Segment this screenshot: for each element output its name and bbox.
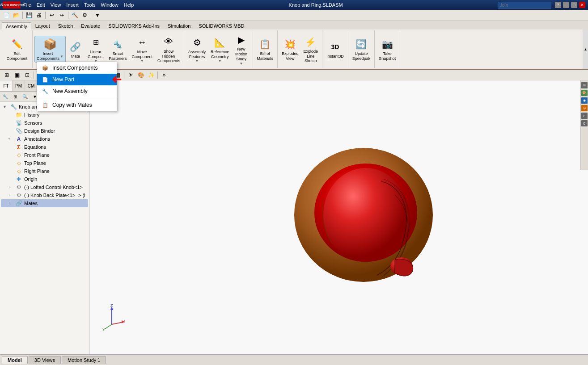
qa-open-button[interactable]: 📂 bbox=[12, 11, 21, 20]
tree-item-history[interactable]: 📁 History bbox=[1, 111, 88, 119]
mate-button[interactable]: 🔗 Mate bbox=[66, 38, 85, 60]
qa-print-button[interactable]: 🖨 bbox=[34, 11, 43, 20]
insert-components-arrow[interactable]: ▼ bbox=[60, 55, 63, 59]
tree-item-annotations[interactable]: + A Annotations bbox=[1, 135, 88, 143]
qa-options-button[interactable]: ⚙ bbox=[80, 11, 89, 20]
smart-fasteners-button[interactable]: 🔩 SmartFasteners bbox=[106, 36, 129, 63]
menu-help[interactable]: Help bbox=[124, 2, 134, 8]
tree-item-origin[interactable]: ✚ Origin bbox=[1, 175, 88, 183]
tree-mates-expand[interactable]: + bbox=[8, 201, 13, 206]
tree-lofted-expand[interactable]: + bbox=[8, 185, 13, 189]
tab-sketch[interactable]: Sketch bbox=[54, 22, 77, 29]
move-component-arrow[interactable]: ▼ bbox=[140, 59, 144, 63]
show-hidden-button[interactable]: 👁 ShowHiddenComponents bbox=[155, 34, 182, 65]
pt-filter-button[interactable]: ⊞ bbox=[11, 92, 20, 101]
search-input[interactable] bbox=[498, 2, 551, 8]
tab-assembly[interactable]: Assembly bbox=[2, 22, 31, 30]
close-button[interactable]: ✕ bbox=[579, 2, 585, 8]
menu-window[interactable]: Window bbox=[101, 2, 118, 8]
fr-btn-5[interactable]: P bbox=[581, 113, 588, 119]
menu-insert[interactable]: Insert bbox=[66, 2, 79, 8]
bill-of-materials-button[interactable]: 📋 Bill ofMaterials bbox=[255, 36, 276, 63]
tree-item-top-plane[interactable]: ◇ Top Plane bbox=[1, 159, 88, 167]
menu-view[interactable]: View bbox=[51, 2, 61, 8]
tab-simulation[interactable]: Simulation bbox=[164, 22, 195, 29]
pt-search-button[interactable]: 🔍 bbox=[21, 92, 30, 101]
explode-line-label: ExplodeLineSketch bbox=[304, 49, 318, 63]
fr-btn-2[interactable]: 🎨 bbox=[581, 90, 588, 96]
tree-equations-icon: Σ bbox=[15, 143, 22, 151]
tab-evaluate[interactable]: Evaluate bbox=[77, 22, 104, 29]
vt-realview[interactable]: ✨ bbox=[146, 71, 156, 80]
reference-geometry-button[interactable]: 📐 ReferenceGeometry ▼ bbox=[208, 34, 232, 65]
menu-file[interactable]: File bbox=[23, 2, 31, 8]
qa-redo-button[interactable]: ↪ bbox=[57, 11, 66, 20]
qa-new-button[interactable]: 📄 bbox=[2, 11, 11, 20]
menu-new-part[interactable]: 📄 New Part bbox=[37, 74, 117, 85]
vt-apply-scene[interactable]: ☀ bbox=[126, 71, 135, 80]
maximize-button[interactable]: □ bbox=[571, 2, 577, 8]
take-snapshot-button[interactable]: 📷 TakeSnapshot bbox=[376, 36, 398, 63]
ribbon-collapse-button[interactable]: ▲ bbox=[583, 29, 588, 69]
move-component-button[interactable]: ↔️ MoveComponent ▼ bbox=[129, 34, 155, 65]
exploded-view-button[interactable]: 💥 ExplodedView bbox=[279, 36, 301, 63]
update-speedpak-button[interactable]: 🔄 UpdateSpeedpak bbox=[350, 36, 373, 63]
tree-item-front-plane[interactable]: ◇ Front Plane bbox=[1, 151, 88, 159]
qa-separator-2 bbox=[45, 12, 46, 19]
new-motion-study-arrow[interactable]: ▼ bbox=[240, 62, 243, 66]
reference-geometry-arrow[interactable]: ▼ bbox=[218, 59, 222, 63]
tab-motion-study-1[interactable]: Motion Study 1 bbox=[62, 356, 106, 364]
qa-save-button[interactable]: 💾 bbox=[25, 11, 34, 20]
help-icon[interactable]: ? bbox=[555, 2, 561, 8]
tree-annotations-expand[interactable]: + bbox=[8, 137, 13, 141]
instant3d-label: Instant3D bbox=[326, 54, 344, 59]
tree-item-sensors[interactable]: 📡 Sensors bbox=[1, 119, 88, 127]
tree-item-equations[interactable]: Σ Equations bbox=[1, 143, 88, 151]
vt-view-orientation[interactable]: ⊞ bbox=[2, 71, 12, 80]
tab-mbd[interactable]: SOLIDWORKS MBD bbox=[195, 22, 248, 29]
viewport[interactable]: Z X Y ⊞ 🎨 ◉ ◎ P C bbox=[89, 80, 588, 354]
tree-item-design-binder[interactable]: 📎 Design Binder bbox=[1, 127, 88, 135]
tab-model[interactable]: Model bbox=[2, 356, 28, 364]
tree-item-right-plane[interactable]: ◇ Right Plane bbox=[1, 167, 88, 175]
tab-layout[interactable]: Layout bbox=[31, 22, 54, 29]
menu-edit[interactable]: Edit bbox=[37, 2, 45, 8]
assembly-features-arrow[interactable]: ▼ bbox=[195, 59, 199, 63]
menu-insert-components[interactable]: 📦 Insert Components bbox=[37, 62, 117, 74]
new-motion-study-button[interactable]: ▶ NewMotionStudy ▼ bbox=[232, 31, 251, 67]
minimize-button[interactable]: _ bbox=[563, 2, 569, 8]
tree-item-lofted-control[interactable]: + ⚙ (-) Lofted Control Knob<1> bbox=[1, 183, 88, 191]
tree-item-knob-back-plate[interactable]: + ⚙ (-) Knob Back Plate<1> -> (l bbox=[1, 191, 88, 199]
panel-tab-feature-tree[interactable]: FT bbox=[0, 80, 13, 91]
tab-addins[interactable]: SOLIDWORKS Add-Ins bbox=[104, 22, 164, 29]
fr-btn-3[interactable]: ◉ bbox=[581, 97, 588, 104]
vt-display-manager[interactable]: 🎨 bbox=[136, 71, 146, 80]
bill-of-materials-label: Bill ofMaterials bbox=[257, 51, 274, 61]
vt-hide-show[interactable]: ⊡ bbox=[22, 71, 32, 80]
vt-more[interactable]: » bbox=[159, 71, 169, 80]
instant3d-button[interactable]: 3D Instant3D bbox=[324, 38, 346, 60]
vt-display-style[interactable]: ▣ bbox=[12, 71, 22, 80]
tree-sensors-label: Sensors bbox=[24, 120, 86, 126]
tree-item-mates[interactable]: + 🔗 Mates bbox=[1, 199, 88, 207]
tree-knob-expand[interactable]: + bbox=[8, 193, 13, 197]
tree-root-expand[interactable]: ▼ bbox=[3, 105, 8, 109]
panel-tab-config-manager[interactable]: CM bbox=[25, 80, 38, 91]
fr-btn-6[interactable]: C bbox=[581, 120, 588, 126]
assembly-features-button[interactable]: ⚙ AssemblyFeatures ▼ bbox=[186, 34, 208, 65]
menu-tools[interactable]: Tools bbox=[84, 2, 96, 8]
menu-copy-with-mates[interactable]: 📋 Copy with Mates bbox=[37, 99, 117, 111]
insert-components-button[interactable]: 📦 InsertComponents ▼ bbox=[34, 36, 66, 63]
menu-new-assembly[interactable]: 🔧 New Assembly bbox=[37, 85, 117, 97]
explode-line-button[interactable]: ⚡ ExplodeLineSketch bbox=[301, 34, 321, 65]
edit-component-button[interactable]: ✏️ Edit Component bbox=[4, 36, 30, 63]
qa-extra-button[interactable]: ▼ bbox=[93, 11, 102, 20]
qa-undo-button[interactable]: ↩ bbox=[47, 11, 56, 20]
fr-btn-1[interactable]: ⊞ bbox=[581, 82, 588, 88]
panel-tab-property-manager[interactable]: PM bbox=[13, 80, 25, 91]
fr-btn-4[interactable]: ◎ bbox=[581, 105, 588, 111]
tab-3d-views[interactable]: 3D Views bbox=[29, 356, 61, 364]
qa-rebuild-button[interactable]: 🔨 bbox=[70, 11, 79, 20]
linear-component-button[interactable]: ⊞ LinearCompo... ▼ bbox=[85, 34, 106, 65]
bill-of-materials-group: 📋 Bill ofMaterials bbox=[253, 30, 278, 68]
